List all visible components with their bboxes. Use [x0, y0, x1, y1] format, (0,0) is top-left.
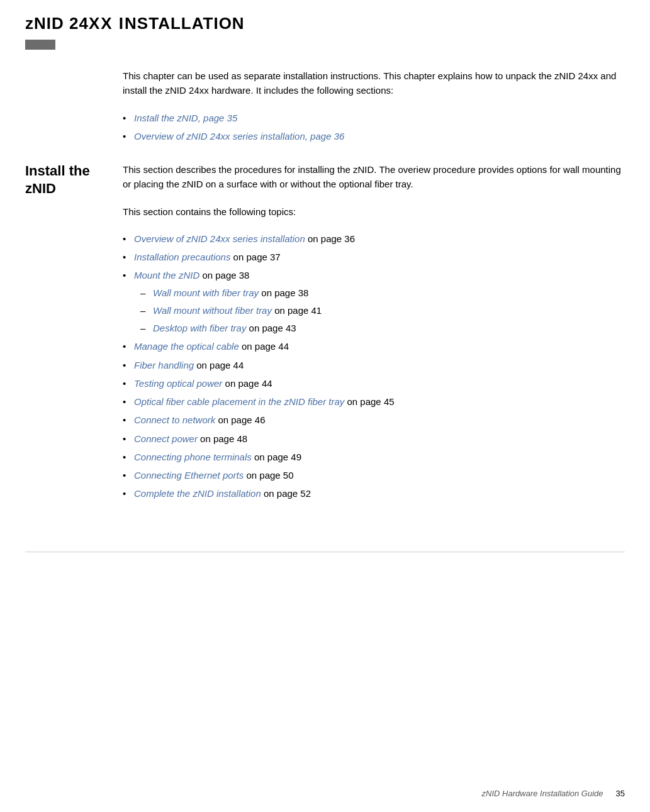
intro-link-1-text[interactable]: Install the zNID, page 35 — [134, 113, 237, 123]
topic-suffix-6: on page 44 — [222, 378, 272, 389]
topic-suffix-7: on page 45 — [344, 396, 394, 407]
topic-item-12: Complete the zNID installation on page 5… — [123, 486, 625, 501]
intro-links-list: Install the zNID, page 35 Overview of zN… — [123, 111, 625, 144]
topic-item-5: Fiber handling on page 44 — [123, 358, 625, 372]
section-paragraph-2: This section contains the following topi… — [123, 204, 625, 219]
sub-suffix-wall-no-fiber: on page 41 — [272, 305, 322, 316]
topic-suffix-10: on page 49 — [252, 452, 301, 462]
footer-right: zNID Hardware Installation Guide 35 — [482, 787, 625, 800]
topic-link-9[interactable]: Connect power — [134, 433, 198, 444]
footer-separator — [25, 552, 625, 552]
sub-link-desktop-fiber[interactable]: Desktop with fiber tray — [153, 323, 246, 333]
topic-link-10[interactable]: Connecting phone terminals — [134, 452, 252, 462]
topic-suffix-3: on page 38 — [199, 270, 249, 281]
topic-suffix-12: on page 52 — [261, 488, 311, 499]
intro-paragraph: This chapter can be used as separate ins… — [123, 69, 625, 98]
install-znid-section: Install the zNID This section describes … — [25, 162, 625, 514]
topic-link-3[interactable]: Mount the zNID — [134, 270, 199, 281]
title-prefix: zNID 24 — [25, 14, 89, 33]
topic-suffix-2: on page 37 — [230, 252, 280, 262]
topic-item-11: Connecting Ethernet ports on page 50 — [123, 468, 625, 482]
sub-item-desktop-fiber: Desktop with fiber tray on page 43 — [134, 321, 625, 335]
topic-item-6: Testing optical power on page 44 — [123, 376, 625, 391]
topic-suffix-11: on page 50 — [244, 470, 293, 481]
topic-link-4[interactable]: Manage the optical cable — [134, 341, 239, 352]
topic-suffix-9: on page 48 — [198, 433, 247, 444]
topic-link-5[interactable]: Fiber handling — [134, 360, 194, 370]
topics-list: Overview of zNID 24xx series installatio… — [123, 231, 625, 501]
section-paragraph-1: This section describes the procedures fo… — [123, 162, 625, 192]
color-bar — [25, 40, 55, 50]
intro-link-2: Overview of zNID 24xx series installatio… — [123, 129, 625, 143]
topic-item-3: Mount the zNID on page 38 Wall mount wit… — [123, 268, 625, 335]
section-content-col: This section describes the procedures fo… — [123, 162, 625, 514]
main-content: This chapter can be used as separate ins… — [0, 50, 650, 552]
sub-link-wall-no-fiber[interactable]: Wall mount without fiber tray — [153, 305, 272, 316]
section-heading: Install the zNID — [25, 162, 116, 197]
topic-item-1: Overview of zNID 24xx series installatio… — [123, 231, 625, 246]
sub-suffix-wall-fiber: on page 38 — [259, 287, 308, 298]
title-caps: XX I — [89, 14, 125, 33]
topic-item-10: Connecting phone terminals on page 49 — [123, 450, 625, 464]
chapter-title: zNID 24XX INSTALLATION — [25, 11, 625, 36]
topic-item-7: Optical fiber cable placement in the zNI… — [123, 394, 625, 409]
topic-item-8: Connect to network on page 46 — [123, 413, 625, 427]
topic-item-9: Connect power on page 48 — [123, 431, 625, 446]
topic-suffix-5: on page 44 — [194, 360, 244, 370]
footer-guide-name: zNID Hardware Installation Guide — [482, 787, 603, 800]
topic-link-7[interactable]: Optical fiber cable placement in the zNI… — [134, 396, 344, 407]
topic-link-2[interactable]: Installation precautions — [134, 252, 230, 262]
topic-item-2: Installation precautions on page 37 — [123, 250, 625, 264]
section-heading-col: Install the zNID — [25, 162, 123, 197]
title-word-nstallation: NSTALLATION — [125, 14, 245, 33]
page-footer: zNID Hardware Installation Guide 35 — [0, 787, 650, 800]
topic-suffix-1: on page 36 — [305, 233, 355, 244]
sub-item-wall-no-fiber: Wall mount without fiber tray on page 41 — [134, 303, 625, 318]
sub-suffix-desktop-fiber: on page 43 — [246, 323, 296, 333]
sub-link-wall-fiber[interactable]: Wall mount with fiber tray — [153, 287, 259, 298]
topic-link-1[interactable]: Overview of zNID 24xx series installatio… — [134, 233, 305, 244]
topic-link-8[interactable]: Connect to network — [134, 414, 215, 425]
topic-link-11[interactable]: Connecting Ethernet ports — [134, 470, 244, 481]
intro-link-2-text[interactable]: Overview of zNID 24xx series installatio… — [134, 131, 344, 142]
topic-link-6[interactable]: Testing optical power — [134, 378, 222, 389]
topic-item-4: Manage the optical cable on page 44 — [123, 339, 625, 353]
intro-link-1: Install the zNID, page 35 — [123, 111, 625, 125]
footer-page-number: 35 — [616, 787, 625, 800]
topic-suffix-4: on page 44 — [239, 341, 289, 352]
topic-suffix-8: on page 46 — [215, 414, 265, 425]
page-container: zNID 24XX INSTALLATION This chapter can … — [0, 0, 650, 812]
page-header: zNID 24XX INSTALLATION — [0, 0, 650, 50]
intro-section: This chapter can be used as separate ins… — [25, 69, 625, 143]
sub-item-wall-fiber: Wall mount with fiber tray on page 38 — [134, 286, 625, 300]
topic-link-12[interactable]: Complete the zNID installation — [134, 488, 261, 499]
mount-sublist: Wall mount with fiber tray on page 38 Wa… — [134, 286, 625, 336]
